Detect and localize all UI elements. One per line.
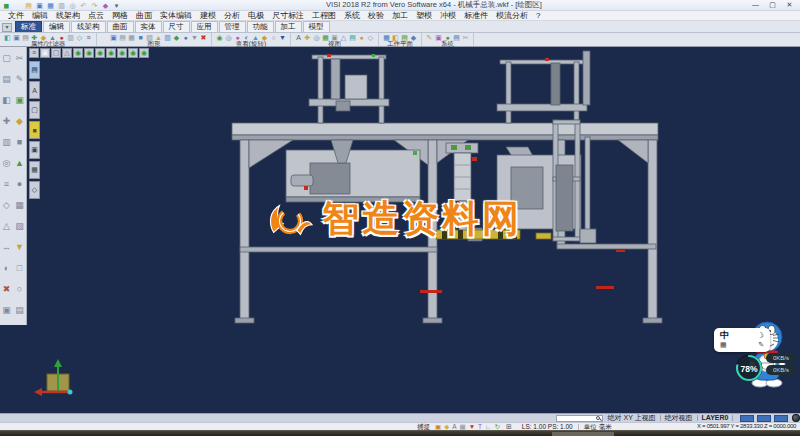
menu-item[interactable]: 点云 [84, 11, 108, 20]
menu-item[interactable]: 网格 [108, 11, 132, 20]
viewport[interactable] [0, 47, 800, 413]
status-icon-pin[interactable]: ▼ [469, 423, 475, 430]
redo-icon[interactable]: ↷ [90, 1, 99, 10]
minimize-button[interactable]: — [747, 0, 764, 10]
tool-icon[interactable]: ▣ [13, 34, 20, 41]
snap-toggle[interactable]: 捕捉 [417, 423, 430, 430]
lp-tool-icon[interactable]: ▲ [13, 152, 26, 173]
ribbon-tab[interactable]: 管理 [219, 21, 246, 32]
lp-tool-icon[interactable]: ▧ [13, 215, 26, 236]
ribbon-tab[interactable]: 曲面 [107, 21, 134, 32]
view-top-button[interactable]: ◉ [84, 48, 94, 58]
statusbar-swatch[interactable] [757, 415, 771, 422]
lp-tool-icon[interactable]: ✚ [0, 110, 13, 131]
workplane-indicator[interactable]: 绝对 XY 上视图 [608, 414, 656, 422]
ribbon-tab[interactable]: 标准 [15, 21, 42, 32]
menu-item[interactable]: 加工 [388, 11, 412, 20]
view-shaded-button[interactable]: ▣ [40, 48, 50, 58]
view-bottom-button[interactable]: ◉ [139, 48, 149, 58]
tool-icon[interactable]: ◇ [367, 34, 374, 41]
lp-tool-icon[interactable]: ▣ [0, 299, 13, 320]
menu-item[interactable]: 模流分析 [492, 11, 532, 20]
menu-item[interactable]: 编辑 [28, 11, 52, 20]
status-icon-type[interactable]: T [478, 423, 482, 430]
tool-icon[interactable]: A [295, 34, 302, 41]
view-wireframe-button[interactable]: ▢ [51, 48, 61, 58]
view-indicator[interactable]: 绝对视图 [665, 414, 693, 422]
lp-tool-icon[interactable]: ■ [13, 131, 26, 152]
ribbon-tab[interactable]: 实体 [135, 21, 162, 32]
tool-icon[interactable]: ◎ [225, 34, 232, 41]
pen-icon[interactable]: ✎ [758, 340, 764, 349]
ribbon-tab[interactable]: 尺寸 [163, 21, 190, 32]
save-all-icon[interactable]: ▦ [46, 1, 55, 10]
side-text-button[interactable]: A [29, 81, 40, 99]
lp-tool-icon[interactable]: ▣ [13, 89, 26, 110]
tool-icon[interactable]: ▤ [349, 34, 356, 41]
tool-icon[interactable]: ▤ [22, 34, 29, 41]
grid-snap-icon[interactable]: ⊞ [506, 423, 512, 430]
tool-icon[interactable]: ◇ [76, 34, 83, 41]
tool-icon[interactable]: ✖ [200, 34, 207, 41]
status-icon-angle[interactable]: ∟ [485, 423, 491, 430]
tool-icon[interactable]: ▤ [453, 34, 460, 41]
tool-icon[interactable]: ✎ [426, 34, 433, 41]
ribbon-tab[interactable]: 应用 [191, 21, 218, 32]
command-input[interactable] [556, 415, 603, 422]
statusbar-swatch[interactable] [740, 415, 754, 422]
view-iso-button[interactable]: ◉ [73, 48, 83, 58]
tool-icon[interactable]: ✚ [304, 34, 311, 41]
lp-tool-icon[interactable]: ◧ [0, 89, 13, 110]
close-button[interactable]: ✕ [781, 0, 798, 10]
lp-tool-icon[interactable]: □ [13, 257, 26, 278]
qa-dropdown-icon[interactable]: ▾ [112, 1, 121, 10]
view-left-button[interactable]: ◉ [117, 48, 127, 58]
status-icon-grid[interactable]: ▦ [460, 423, 466, 430]
lp-tool-icon[interactable]: ◆ [13, 110, 26, 131]
view-front-button[interactable]: ◉ [95, 48, 105, 58]
ribbon-tab[interactable]: 编辑 [43, 21, 70, 32]
status-icon-point[interactable]: ◆ [444, 423, 449, 430]
status-icon-text[interactable]: A [452, 423, 456, 430]
view-axo-button[interactable]: △ [62, 48, 72, 58]
keyboard-icon[interactable]: ▦ [720, 340, 727, 349]
lp-tool-icon[interactable]: △ [0, 215, 13, 236]
status-icon-fill[interactable]: ▣ [435, 423, 441, 430]
lp-tool-icon[interactable]: ◇ [0, 194, 13, 215]
lp-tool-icon[interactable]: ▦ [13, 194, 26, 215]
open-file-icon[interactable]: ▤ [24, 1, 33, 10]
menu-item[interactable]: 建模 [196, 11, 220, 20]
menu-item[interactable]: 尺寸标注 [268, 11, 308, 20]
maximize-button[interactable]: ▢ [764, 0, 781, 10]
undo-icon[interactable]: ↶ [79, 1, 88, 10]
tool-icon[interactable]: ▼ [191, 34, 198, 41]
menu-item[interactable]: 校验 [364, 11, 388, 20]
tool-icon[interactable]: ◎ [313, 34, 320, 41]
layer-indicator[interactable]: LAYER0 [701, 414, 728, 422]
view-right-button[interactable]: ◉ [128, 48, 138, 58]
tool-icon[interactable]: ◉ [216, 34, 223, 41]
lp-tool-icon[interactable]: ↔ [0, 236, 13, 257]
menu-item[interactable]: 线架构 [52, 11, 84, 20]
toolbar-config-icon[interactable]: ▾ [2, 23, 12, 32]
tool-icon[interactable]: ▦ [128, 34, 135, 41]
lp-tool-icon[interactable]: ▢ [0, 47, 13, 68]
menu-item[interactable]: 分析 [220, 11, 244, 20]
tool-icon[interactable]: ■ [137, 34, 144, 41]
menu-item[interactable]: 曲面 [132, 11, 156, 20]
menu-item[interactable]: 冲模 [436, 11, 460, 20]
globe-icon[interactable] [792, 414, 800, 422]
lp-tool-icon[interactable]: ◎ [0, 152, 13, 173]
lp-tool-icon[interactable]: ▼ [13, 236, 26, 257]
lp-tool-icon[interactable]: ✎ [13, 68, 26, 89]
menu-item[interactable]: 电极 [244, 11, 268, 20]
ribbon-tab[interactable]: 加工 [275, 21, 302, 32]
lp-tool-icon[interactable]: ▥ [0, 131, 13, 152]
ime-language-toggle[interactable]: 中 [720, 331, 729, 340]
tool-icon[interactable]: ▥ [164, 34, 171, 41]
side-misc-button[interactable]: ◇ [29, 181, 40, 199]
tool-icon[interactable]: ▼ [279, 34, 286, 41]
ribbon-tab[interactable]: 功能 [247, 21, 274, 32]
tool-icon[interactable]: ▥ [67, 34, 74, 41]
menu-item[interactable]: 工程图 [308, 11, 340, 20]
